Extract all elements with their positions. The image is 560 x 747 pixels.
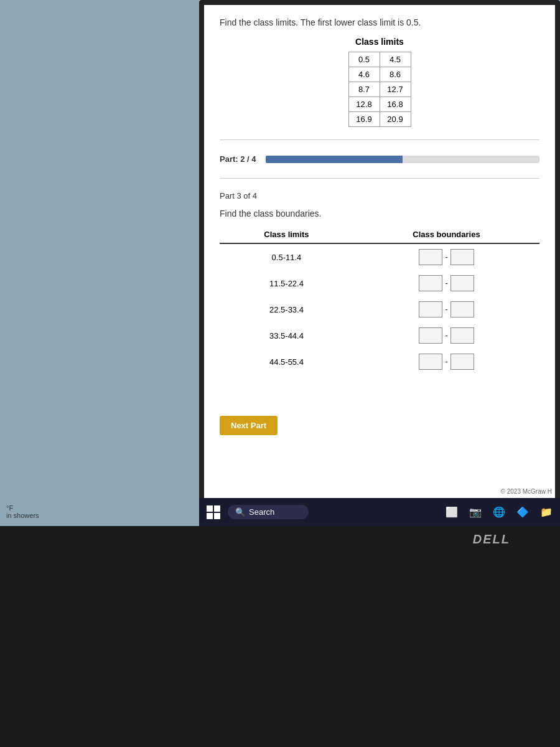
find-class-limits-instruction: Find the class limits. The first lower c… [220,17,539,27]
boundaries-table: Class limits Class boundaries 0.5-11.4 - [220,226,539,375]
table-row: 12.8 16.8 [348,97,411,112]
windows-button[interactable] [204,503,223,522]
class-boundary-cell: - [353,270,539,296]
camera-icon[interactable]: 📷 [467,504,484,521]
lower-limit: 16.9 [348,112,380,127]
weather-text: °F in showers [6,504,39,519]
windows-quad-2 [214,505,220,512]
table-row: 11.5-22.4 - [220,270,539,296]
class-limit-cell: 33.5-44.4 [220,322,353,349]
table-row: 8.7 12.7 [348,82,411,97]
search-bar[interactable]: 🔍 Search [228,505,309,519]
progress-label: Part: 2 / 4 [220,154,256,164]
table-row: 33.5-44.4 - [220,322,539,349]
boundary-lower-input-5[interactable] [419,354,442,370]
progress-bar-fill [266,156,403,163]
dash: - [445,252,448,262]
upper-limit: 16.8 [380,97,411,112]
class-limit-cell: 44.5-55.4 [220,349,353,375]
part3-label: Part 3 of 4 [220,188,539,204]
left-panel: °F in showers [0,0,199,529]
class-boundary-cell: - [353,243,539,270]
taskbar-left: 🔍 Search [204,503,438,522]
windows-quad-1 [207,505,213,512]
table-row: 0.5 4.5 [348,52,411,67]
upper-limit: 20.9 [380,112,411,127]
boundary-lower-input-2[interactable] [419,275,442,291]
progress-bar-container [266,156,539,163]
class-boundary-cell: - [353,296,539,322]
content-panel: Find the class limits. The first lower c… [204,5,555,498]
chrome-icon[interactable]: 🌐 [490,504,508,521]
taskbar: 🔍 Search ⬜ 📷 🌐 🔷 📁 [199,498,560,526]
lower-limit: 8.7 [348,82,380,97]
boundary-lower-input-1[interactable] [419,249,442,265]
temperature-unit: °F [6,504,39,512]
boundary-upper-input-4[interactable] [450,327,474,344]
dash: - [445,278,448,288]
dash: - [445,357,448,367]
dell-logo: DELL [473,532,510,547]
table-row: 16.9 20.9 [348,112,411,127]
screen-content: Find the class limits. The first lower c… [204,5,555,498]
class-limits-section: Class limits 0.5 4.5 4.6 8.6 8.7 12.7 [220,37,539,127]
table-row: 0.5-11.4 - [220,243,539,270]
search-label: Search [249,507,274,517]
boundary-upper-input-5[interactable] [450,354,474,370]
windows-quad-3 [207,513,213,519]
table-row: 44.5-55.4 - [220,349,539,375]
lower-limit: 0.5 [348,52,380,67]
weather-description: in showers [6,512,39,519]
divider2 [220,178,539,179]
divider [220,139,539,140]
table-row: 22.5-33.4 - [220,296,539,322]
dash: - [445,331,448,341]
find-boundaries-instruction: Find the class boundaries. [220,209,539,218]
next-part-button[interactable]: Next Part [220,416,278,435]
search-icon: 🔍 [235,507,245,517]
boundary-lower-input-4[interactable] [419,327,442,344]
dash: - [445,304,448,314]
table-row: 4.6 8.6 [348,67,411,82]
taskbar-right: ⬜ 📷 🌐 🔷 📁 [443,504,555,521]
upper-limit: 4.5 [380,52,411,67]
boundary-upper-input-1[interactable] [450,249,474,265]
boundary-upper-input-3[interactable] [450,301,474,317]
windows-quad-4 [214,513,220,519]
class-limit-cell: 22.5-33.4 [220,296,353,322]
class-boundary-cell: - [353,349,539,375]
copyright-text: © 2023 McGraw H [501,488,552,495]
window-icon[interactable]: ⬜ [443,504,460,521]
upper-limit: 8.6 [380,67,411,82]
edge-icon[interactable]: 🔷 [514,504,531,521]
upper-limit: 12.7 [380,82,411,97]
col2-header: Class boundaries [353,226,539,243]
progress-section: Part: 2 / 4 [220,149,539,169]
col1-header: Class limits [220,226,353,243]
class-limits-table: 0.5 4.5 4.6 8.6 8.7 12.7 12.8 16.8 [348,52,411,127]
laptop-body: DELL CWH-LPT053 ◁ F1 ◁) F2 ▷|| F3 ☀ F4 ☼ [0,526,560,747]
class-limit-cell: 11.5-22.4 [220,270,353,296]
boundary-upper-input-2[interactable] [450,275,474,291]
lower-limit: 4.6 [348,67,380,82]
folder-icon[interactable]: 📁 [538,504,555,521]
windows-logo [207,505,220,519]
boundary-lower-input-3[interactable] [419,301,442,317]
class-limits-title: Class limits [220,37,539,47]
class-limit-cell: 0.5-11.4 [220,243,353,270]
lower-limit: 12.8 [348,97,380,112]
class-boundary-cell: - [353,322,539,349]
